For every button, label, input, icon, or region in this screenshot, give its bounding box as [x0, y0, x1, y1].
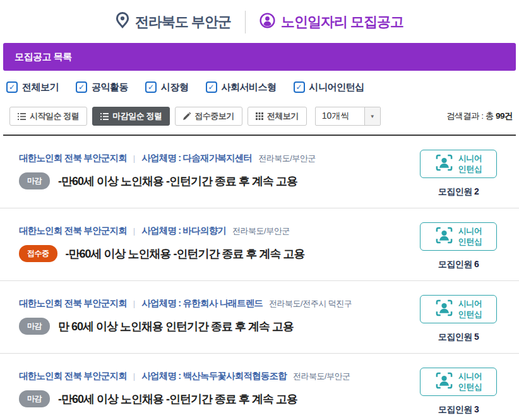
meta-divider: |	[133, 153, 135, 163]
listing-titleline: 마감 -만60세 이상 노인채용 -인턴기간 종료 후 계속 고용	[19, 390, 420, 407]
organization-link[interactable]: 대한노인회 전북 부안군지회	[19, 152, 127, 164]
senior-person-frame-icon	[435, 226, 453, 247]
job-type-label: 시니어인턴십	[458, 226, 482, 247]
checkbox-checked-icon: ✓	[294, 81, 305, 93]
view-accepting-button[interactable]: 접수중보기	[175, 107, 242, 126]
recruit-number: 6	[474, 259, 479, 269]
job-type-box: 시니어인턴십	[420, 222, 497, 251]
checkbox-checked-icon: ✓	[206, 81, 217, 93]
job-type-box: 시니어인턴십	[420, 150, 497, 178]
status-badge: 접수중	[19, 245, 57, 262]
job-type-box: 시니어인턴십	[420, 368, 497, 396]
view-all-label: 전체보기	[267, 111, 299, 122]
section-bar: 모집공고 목록	[3, 43, 516, 71]
location-pin-icon	[116, 11, 129, 33]
filter-row: ✓ 전체보기 ✓ 공익활동 ✓ 시장형 ✓ 사회서비스형 ✓ 시니어인턴십	[6, 80, 519, 95]
company-name: 사업체명 : 백산녹두꽃사회적협동조합	[141, 370, 287, 382]
job-title-link[interactable]: -만60세 이상 노인채용 -인턴기간 종료 후 계속 고용	[58, 174, 297, 189]
recruit-count: 모집인원 6	[438, 259, 479, 270]
listing-location: 전라북도/부안군	[293, 371, 350, 382]
senior-person-frame-icon	[435, 371, 453, 392]
region-heading: 전라북도 부안군	[116, 11, 231, 33]
listing-titleline: 마감 만 60세 이상 노인채용 인턴기간 종료 후 계속 고용	[19, 318, 420, 335]
listing-titleline: 접수중 -만60세 이상 노인채용 -인턴기간 종료 후 계속 고용	[19, 245, 420, 262]
sort-by-start-button[interactable]: 시작일순 정렬	[9, 107, 87, 126]
checkbox-checked-icon: ✓	[76, 81, 87, 93]
filter-label: 사회서비스형	[222, 81, 277, 93]
senior-person-frame-icon	[435, 299, 453, 320]
organization-link[interactable]: 대한노인회 전북 부안군지회	[19, 370, 127, 382]
recruit-count: 모집인원 3	[438, 404, 479, 416]
page-header: 전라북도 부안군 노인일자리 모집공고	[0, 0, 519, 35]
filter-social-service[interactable]: ✓ 사회서비스형	[206, 81, 277, 93]
filter-public-service[interactable]: ✓ 공익활동	[76, 81, 128, 93]
company-name: 사업체명 : 다솜재가복지센터	[141, 152, 252, 164]
organization-link[interactable]: 대한노인회 전북 부안군지회	[19, 225, 127, 237]
listing-titleline: 마감 -만60세 이상 노인채용 -인턴기간 종료 후 계속 고용	[19, 172, 420, 189]
listing-info: 대한노인회 전북 부안군지회 | 사업체명 : 백산녹두꽃사회적협동조합 전라북…	[19, 370, 420, 407]
listing-meta: 대한노인회 전북 부안군지회 | 사업체명 : 백산녹두꽃사회적협동조합 전라북…	[19, 370, 420, 382]
sort-by-deadline-button[interactable]: 마감일순 정렬	[92, 107, 170, 126]
recruit-number: 5	[474, 332, 479, 342]
recruit-label: 모집인원	[438, 186, 474, 196]
status-badge: 마감	[19, 172, 50, 189]
listing-info: 대한노인회 전북 부안군지회 | 사업체명 : 유한회사 나래트렌드 전라북도/…	[19, 297, 420, 335]
listing-location: 전라북도/부안군	[232, 225, 290, 237]
view-all-button[interactable]: 전체보기	[248, 107, 307, 126]
listing-side: 시니어인턴십 모집인원 6	[420, 222, 497, 270]
listing-row[interactable]: 대한노인회 전북 부안군지회 | 사업체명 : 유한회사 나래트렌드 전라북도/…	[0, 281, 519, 354]
filter-label: 시장형	[161, 81, 189, 93]
job-type-box: 시니어인턴십	[420, 295, 497, 323]
job-title-link[interactable]: -만60세 이상 노인채용 -인턴기간 종료 후 계속 고용	[58, 392, 297, 407]
sort-by-deadline-label: 마감일순 정렬	[112, 111, 162, 122]
recruit-label: 모집인원	[438, 259, 474, 269]
status-badge: 마감	[19, 390, 50, 407]
page-title: 노인일자리 모집공고	[260, 13, 403, 32]
region-label: 전라북도 부안군	[135, 13, 231, 32]
filter-senior-internship[interactable]: ✓ 시니어인턴십	[294, 81, 364, 93]
organization-link[interactable]: 대한노인회 전북 부안군지회	[19, 297, 127, 309]
job-title-link[interactable]: -만60세 이상 노인채용 -인턴기간 종료 후 계속 고용	[66, 246, 305, 261]
page-size-value: 10개씩	[316, 107, 364, 125]
job-title-link[interactable]: 만 60세 이상 노인채용 인턴기간 종료 후 계속 고용	[58, 319, 294, 334]
listing-side: 시니어인턴십 모집인원 3	[420, 368, 497, 416]
meta-divider: |	[133, 299, 135, 308]
view-accepting-label: 접수중보기	[194, 111, 234, 122]
meta-divider: |	[133, 226, 135, 236]
recruit-label: 모집인원	[438, 404, 474, 414]
filter-label: 공익활동	[92, 81, 128, 93]
company-name: 사업체명 : 유한회사 나래트렌드	[141, 297, 263, 309]
status-badge: 마감	[19, 318, 50, 335]
meta-divider: |	[133, 371, 135, 381]
listing-meta: 대한노인회 전북 부안군지회 | 사업체명 : 유한회사 나래트렌드 전라북도/…	[19, 297, 420, 309]
listing-location: 전라북도/전주시 덕진구	[269, 298, 352, 309]
list-icon	[100, 113, 109, 120]
search-results-count: 검색결과 : 총 99건	[446, 111, 513, 122]
section-bar-title: 모집공고 목록	[15, 51, 72, 63]
filter-market-type[interactable]: ✓ 시장형	[145, 81, 189, 93]
listing-side: 시니어인턴십 모집인원 2	[420, 150, 497, 198]
chevron-down-icon: ▼	[364, 107, 380, 125]
filter-all[interactable]: ✓ 전체보기	[6, 81, 59, 93]
listing-info: 대한노인회 전북 부안군지회 | 사업체명 : 바다의향기 전라북도/부안군 접…	[19, 225, 420, 262]
company-name: 사업체명 : 바다의향기	[141, 225, 226, 237]
job-type-label: 시니어인턴십	[458, 153, 482, 174]
list-icon	[18, 113, 26, 120]
filter-label: 시니어인턴십	[309, 81, 364, 93]
filter-label: 전체보기	[22, 81, 59, 93]
listing-info: 대한노인회 전북 부안군지회 | 사업체명 : 다솜재가복지센터 전라북도/부안…	[19, 152, 420, 189]
recruit-count: 모집인원 2	[438, 186, 479, 198]
job-type-label: 시니어인턴십	[458, 299, 482, 320]
listing-row[interactable]: 대한노인회 전북 부안군지회 | 사업체명 : 바다의향기 전라북도/부안군 접…	[0, 208, 519, 281]
checkbox-checked-icon: ✓	[6, 81, 18, 93]
listing-side: 시니어인턴십 모집인원 5	[420, 295, 497, 343]
listing-location: 전라북도/부안군	[258, 153, 316, 164]
page-size-select[interactable]: 10개씩 ▼	[315, 107, 381, 126]
listing-row[interactable]: 대한노인회 전북 부안군지회 | 사업체명 : 다솜재가복지센터 전라북도/부안…	[0, 136, 519, 208]
listing-meta: 대한노인회 전북 부안군지회 | 사업체명 : 바다의향기 전라북도/부안군	[19, 225, 420, 237]
recruit-number: 3	[474, 404, 479, 414]
header-divider	[245, 11, 246, 33]
recruit-count: 모집인원 5	[438, 332, 479, 343]
listing-row[interactable]: 대한노인회 전북 부안군지회 | 사업체명 : 백산녹두꽃사회적협동조합 전라북…	[0, 354, 519, 420]
pencil-icon	[183, 112, 191, 120]
